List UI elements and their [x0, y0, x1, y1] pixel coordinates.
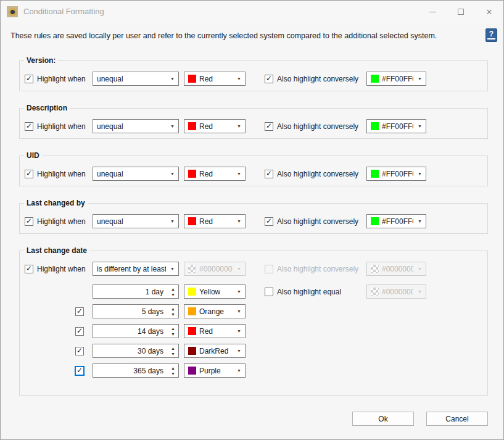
highlight-when-checkbox[interactable]: ✓ Highlight when [25, 72, 86, 86]
spin-down-icon[interactable]: ▼ [171, 351, 175, 357]
condition-select[interactable]: unequal ▼ [93, 72, 179, 86]
ok-button[interactable]: Ok [352, 412, 414, 426]
also-equal-checkbox[interactable]: Also highlight equal [265, 284, 341, 299]
group-last-changed-by: Last changed by ✓ Highlight when unequal… [19, 203, 488, 234]
color-swatch [371, 122, 379, 130]
group-title: Version: [24, 56, 58, 65]
intro-text: These rules are saved locally per user a… [10, 31, 467, 40]
spinner-arrows[interactable]: ▲ ▼ [171, 326, 175, 337]
app-icon [7, 6, 18, 17]
also-conversely-checkbox[interactable]: ✓ Also highlight conversely [265, 72, 358, 86]
conversely-color-select[interactable]: #FF00FF00 ▼ [366, 214, 426, 228]
group-version: Version: ✓ Highlight when unequal ▼ Red … [19, 60, 488, 91]
color-select[interactable]: DarkRed ▼ [184, 344, 246, 358]
color-swatch [188, 347, 196, 355]
color-swatch [371, 170, 379, 178]
chevron-down-icon: ▼ [237, 124, 241, 128]
check-icon: ✓ [26, 170, 32, 177]
cancel-button[interactable]: Cancel [426, 412, 488, 426]
color-value: Red [199, 75, 213, 83]
also-conversely-label: Also highlight conversely [277, 170, 358, 178]
group-uid: UID ✓ Highlight when unequal ▼ Red ▼ ✓ A… [19, 156, 488, 186]
color-select[interactable]: Purple ▼ [184, 363, 246, 378]
help-book-line [487, 38, 495, 39]
minimize-button[interactable] [418, 1, 447, 23]
chevron-down-icon: ▼ [237, 368, 241, 373]
threshold-checkbox[interactable]: ✓ [75, 324, 84, 338]
spin-up-icon[interactable]: ▲ [171, 346, 175, 351]
color-swatch [188, 288, 196, 296]
help-button[interactable]: ? [485, 28, 497, 42]
also-conversely-checkbox[interactable]: ✓ Also highlight conversely [265, 119, 358, 133]
spinner-arrows[interactable]: ▲ ▼ [171, 286, 175, 297]
conversely-color-select[interactable]: #FF00FF00 ▼ [366, 167, 426, 181]
conversely-color-select[interactable]: #FF00FF00 ▼ [366, 119, 426, 133]
highlight-when-checkbox[interactable]: ✓ Highlight when [25, 119, 86, 133]
spin-down-icon[interactable]: ▼ [171, 292, 175, 297]
color-select[interactable]: Red ▼ [184, 167, 246, 181]
condition-select[interactable]: is different by at least ▼ [93, 262, 179, 276]
chevron-down-icon: ▼ [170, 219, 175, 223]
maximize-button[interactable] [447, 1, 475, 23]
highlight-when-checkbox[interactable]: ✓ Highlight when [25, 167, 86, 181]
highlight-when-checkbox[interactable]: ✓ Highlight when [25, 262, 86, 276]
group-title: UID [24, 151, 42, 160]
check-icon: ✓ [266, 75, 272, 82]
transparent-swatch [371, 288, 379, 296]
color-select[interactable]: Red ▼ [184, 72, 246, 86]
color-select[interactable]: Yellow ▼ [184, 284, 246, 299]
chevron-down-icon: ▼ [418, 77, 422, 81]
spinner-arrows[interactable]: ▲ ▼ [171, 346, 175, 357]
days-value: 30 days [138, 347, 163, 355]
color-value: Red [199, 122, 213, 131]
minimize-icon [429, 12, 436, 12]
days-spinner[interactable]: 30 days ▲ ▼ [93, 344, 179, 358]
color-select[interactable]: Orange ▼ [184, 304, 246, 318]
check-icon: ✓ [76, 367, 83, 374]
spinner-arrows[interactable]: ▲ ▼ [171, 365, 175, 376]
spin-down-icon[interactable]: ▼ [171, 371, 175, 376]
spin-up-icon[interactable]: ▲ [171, 306, 175, 312]
threshold-checkbox[interactable]: ✓ [75, 304, 84, 318]
conversely-color-select-disabled: #00000000 ▼ [366, 262, 426, 276]
chevron-down-icon: ▼ [170, 172, 175, 176]
chevron-down-icon: ▼ [170, 267, 175, 271]
condition-select[interactable]: unequal ▼ [93, 119, 179, 133]
close-icon: ✕ [486, 7, 493, 17]
also-conversely-label: Also highlight conversely [277, 265, 358, 273]
conditional-formatting-dialog: Conditional Formatting ✕ These rules are… [0, 0, 504, 440]
spinner-arrows[interactable]: ▲ ▼ [171, 306, 175, 317]
days-spinner[interactable]: 1 day ▲ ▼ [93, 284, 179, 299]
spin-down-icon[interactable]: ▼ [171, 331, 175, 337]
spin-up-icon[interactable]: ▲ [171, 286, 175, 292]
spin-down-icon[interactable]: ▼ [171, 312, 175, 317]
titlebar[interactable]: Conditional Formatting ✕ [1, 1, 503, 23]
days-value: 1 day [146, 288, 163, 296]
also-conversely-checkbox[interactable]: ✓ Also highlight conversely [265, 214, 358, 228]
also-conversely-checkbox[interactable]: ✓ Also highlight conversely [265, 167, 358, 181]
color-swatch [371, 217, 379, 225]
color-value: Red [199, 217, 213, 226]
conversely-color-select[interactable]: #FF00FF00 ▼ [366, 72, 426, 86]
threshold-checkbox-focused[interactable]: ✓ [75, 363, 84, 378]
close-button[interactable]: ✕ [475, 1, 503, 23]
chevron-down-icon: ▼ [237, 77, 241, 81]
condition-select[interactable]: unequal ▼ [93, 167, 179, 181]
check-icon: ✓ [26, 217, 32, 225]
check-icon: ✓ [76, 347, 83, 354]
app-logo-icon [9, 8, 17, 16]
condition-select[interactable]: unequal ▼ [93, 214, 179, 228]
color-select[interactable]: Red ▼ [184, 214, 246, 228]
spin-up-icon[interactable]: ▲ [171, 365, 175, 371]
color-value: Red [199, 327, 213, 336]
color-select[interactable]: Red ▼ [184, 324, 246, 338]
spin-up-icon[interactable]: ▲ [171, 326, 175, 331]
days-spinner[interactable]: 14 days ▲ ▼ [93, 324, 179, 338]
highlight-when-label: Highlight when [37, 217, 86, 226]
highlight-when-checkbox[interactable]: ✓ Highlight when [25, 214, 86, 228]
color-select[interactable]: Red ▼ [184, 119, 246, 133]
color-value: Orange [199, 307, 224, 316]
days-spinner[interactable]: 365 days ▲ ▼ [93, 363, 179, 378]
threshold-checkbox[interactable]: ✓ [75, 344, 84, 358]
days-spinner[interactable]: 5 days ▲ ▼ [93, 304, 179, 318]
